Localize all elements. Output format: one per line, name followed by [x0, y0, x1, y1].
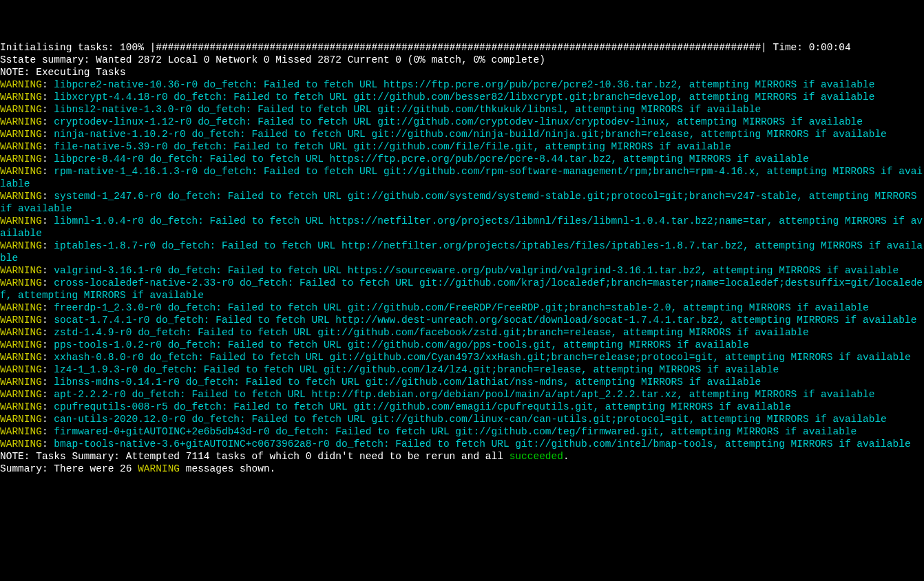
warning-label: WARNING [0, 401, 42, 412]
warning-line-16: WARNING: pps-tools-1.0.2-r0 do_fetch: Fa… [0, 339, 924, 351]
warning-message: firmwared-0+gitAUTOINC+2e6b5db43d-r0 do_… [54, 426, 857, 437]
warning-label: WARNING [0, 79, 42, 90]
warning-line-1: WARNING: libxcrypt-4.4.18-r0 do_fetch: F… [0, 91, 924, 103]
warning-label: WARNING [0, 389, 42, 400]
warning-message: apt-2.2.2-r0 do_fetch: Failed to fetch U… [54, 389, 874, 400]
warning-label: WARNING [0, 166, 42, 177]
warning-label: WARNING [0, 141, 42, 152]
tasks-summary-line: NOTE: Tasks Summary: Attempted 7114 task… [0, 450, 924, 463]
warning-message: cross-localedef-native-2.33-r0 do_fetch:… [0, 277, 923, 301]
warning-label: WARNING [0, 215, 42, 226]
warning-message: rpm-native-1_4.16.1.3-r0 do_fetch: Faile… [0, 166, 923, 189]
warning-label: WARNING [0, 302, 42, 313]
warning-label: WARNING [0, 327, 42, 338]
succeeded-label: succeeded [510, 451, 563, 462]
warning-message: xxhash-0.8.0-r0 do_fetch: Failed to fetc… [54, 352, 910, 363]
warning-label: WARNING [0, 154, 42, 165]
warning-message: bmap-tools-native-3.6+gitAUTOINC+c067396… [54, 439, 910, 450]
warning-line-4: WARNING: ninja-native-1.10.2-r0 do_fetch… [0, 128, 924, 140]
warning-message: libxcrypt-4.4.18-r0 do_fetch: Failed to … [54, 92, 874, 103]
warning-label: WARNING [0, 414, 42, 425]
warning-line-23: WARNING: firmwared-0+gitAUTOINC+2e6b5db4… [0, 425, 924, 438]
summary-post: messages shown. [180, 463, 275, 474]
warning-message: lz4-1_1.9.3-r0 do_fetch: Failed to fetch… [54, 364, 779, 375]
warning-label: WARNING [0, 240, 42, 251]
warning-label: WARNING [0, 129, 42, 140]
warning-message: zstd-1.4.9-r0 do_fetch: Failed to fetch … [54, 327, 808, 338]
warning-line-5: WARNING: file-native-5.39-r0 do_fetch: F… [0, 140, 924, 153]
warning-message: ninja-native-1.10.2-r0 do_fetch: Failed … [54, 129, 887, 140]
warning-line-9: WARNING: libmnl-1.0.4-r0 do_fetch: Faile… [0, 215, 924, 240]
warning-message: valgrind-3.16.1-r0 do_fetch: Failed to f… [54, 265, 899, 276]
warning-message: cpufrequtils-008-r5 do_fetch: Failed to … [54, 401, 790, 412]
warning-label: WARNING [0, 352, 42, 363]
warning-message: libnsl2-native-1.3.0-r0 do_fetch: Failed… [54, 104, 761, 115]
warning-line-17: WARNING: xxhash-0.8.0-r0 do_fetch: Faile… [0, 351, 924, 363]
warning-label: WARNING [0, 426, 42, 437]
terminal-line: Sstate summary: Wanted 2872 Local 0 Netw… [0, 54, 924, 66]
warning-line-2: WARNING: libnsl2-native-1.3.0-r0 do_fetc… [0, 103, 924, 116]
note-executing-tasks: NOTE: Executing Tasks [0, 67, 126, 78]
warning-label: WARNING [0, 92, 42, 103]
warning-line-19: WARNING: libnss-mdns-0.14.1-r0 do_fetch:… [0, 376, 924, 388]
warning-line-7: WARNING: rpm-native-1_4.16.1.3-r0 do_fet… [0, 165, 924, 190]
warning-message: pps-tools-1.0.2-r0 do_fetch: Failed to f… [54, 339, 748, 350]
warning-line-15: WARNING: zstd-1.4.9-r0 do_fetch: Failed … [0, 326, 924, 339]
warning-message: systemd-1_247.6-r0 do_fetch: Failed to f… [0, 191, 923, 214]
warning-line-6: WARNING: libpcre-8.44-r0 do_fetch: Faile… [0, 153, 924, 165]
summary-warning-label: WARNING [138, 463, 180, 474]
warning-message: libnss-mdns-0.14.1-r0 do_fetch: Failed t… [54, 377, 761, 388]
warning-line-21: WARNING: cpufrequtils-008-r5 do_fetch: F… [0, 401, 924, 413]
warning-label: WARNING [0, 191, 42, 202]
warning-message: file-native-5.39-r0 do_fetch: Failed to … [54, 141, 731, 152]
warning-line-0: WARNING: libpcre2-native-10.36-r0 do_fet… [0, 78, 924, 91]
warning-label: WARNING [0, 265, 42, 276]
warning-message: libpcre2-native-10.36-r0 do_fetch: Faile… [54, 79, 874, 90]
summary-pre: Summary: There were 26 [0, 463, 138, 474]
terminal-line: Initialising tasks: 100% |##############… [0, 41, 924, 54]
warning-label: WARNING [0, 116, 42, 127]
terminal-line: NOTE: Executing Tasks [0, 66, 924, 78]
init-tasks-line: Initialising tasks: 100% |##############… [0, 42, 851, 53]
warning-line-11: WARNING: valgrind-3.16.1-r0 do_fetch: Fa… [0, 264, 924, 277]
warning-line-13: WARNING: freerdp-1_2.3.0-r0 do_fetch: Fa… [0, 302, 924, 314]
warning-label: WARNING [0, 377, 42, 388]
warning-label: WARNING [0, 364, 42, 375]
warning-label: WARNING [0, 315, 42, 326]
warning-label: WARNING [0, 277, 42, 288]
tasks-summary-text: NOTE: Tasks Summary: Attempted 7114 task… [0, 451, 510, 462]
warning-message: libmnl-1.0.4-r0 do_fetch: Failed to fetc… [0, 215, 923, 239]
summary-line: Summary: There were 26 WARNING messages … [0, 463, 924, 475]
warning-line-18: WARNING: lz4-1_1.9.3-r0 do_fetch: Failed… [0, 363, 924, 376]
warning-line-24: WARNING: bmap-tools-native-3.6+gitAUTOIN… [0, 438, 924, 450]
warning-message: cryptodev-linux-1.12-r0 do_fetch: Failed… [54, 116, 863, 127]
warning-line-3: WARNING: cryptodev-linux-1.12-r0 do_fetc… [0, 116, 924, 128]
sstate-summary-line: Sstate summary: Wanted 2872 Local 0 Netw… [0, 54, 545, 65]
warning-message: socat-1.7.4.1-r0 do_fetch: Failed to fet… [54, 315, 916, 326]
warning-label: WARNING [0, 439, 42, 450]
warning-label: WARNING [0, 339, 42, 350]
warning-message: freerdp-1_2.3.0-r0 do_fetch: Failed to f… [54, 302, 868, 313]
warning-message: can-utils-2020.12.0-r0 do_fetch: Failed … [54, 414, 887, 425]
warning-message: iptables-1.8.7-r0 do_fetch: Failed to fe… [0, 240, 923, 264]
warning-line-8: WARNING: systemd-1_247.6-r0 do_fetch: Fa… [0, 190, 924, 215]
warning-line-12: WARNING: cross-localedef-native-2.33-r0 … [0, 277, 924, 302]
warning-line-10: WARNING: iptables-1.8.7-r0 do_fetch: Fai… [0, 240, 924, 264]
warning-line-20: WARNING: apt-2.2.2-r0 do_fetch: Failed t… [0, 388, 924, 401]
warning-message: libpcre-8.44-r0 do_fetch: Failed to fetc… [54, 154, 808, 165]
warning-line-14: WARNING: socat-1.7.4.1-r0 do_fetch: Fail… [0, 314, 924, 326]
terminal-output: Initialising tasks: 100% |##############… [0, 41, 924, 475]
warning-line-22: WARNING: can-utils-2020.12.0-r0 do_fetch… [0, 413, 924, 425]
warning-label: WARNING [0, 104, 42, 115]
